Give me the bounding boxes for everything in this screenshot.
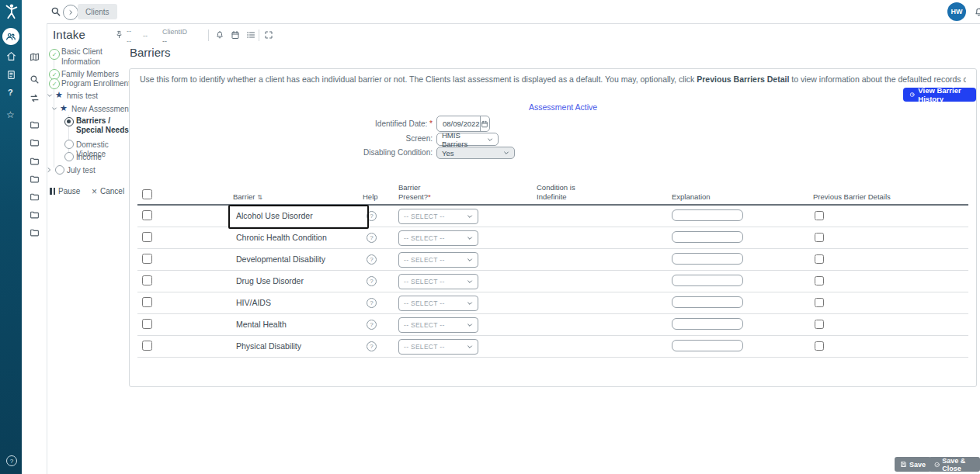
notifications-bell-icon[interactable] xyxy=(974,7,980,17)
pin-icon[interactable] xyxy=(115,30,123,39)
explanation-input[interactable] xyxy=(672,296,743,308)
row-checkbox[interactable] xyxy=(142,254,152,264)
column-previous-barrier-details: Previous Barrier Details xyxy=(813,192,891,201)
swap-workflow-icon[interactable] xyxy=(30,93,40,103)
expand-search-chevron-icon[interactable] xyxy=(63,5,78,20)
folder-icon[interactable] xyxy=(30,137,40,147)
previous-details-checkbox[interactable] xyxy=(815,276,824,285)
tree-item-new-assessment[interactable]: New Assessment xyxy=(71,105,131,114)
help-nav-icon[interactable]: ? xyxy=(8,88,13,97)
explanation-input[interactable] xyxy=(672,209,743,221)
screen-select[interactable]: HMIS Barriers xyxy=(436,133,499,146)
row-checkbox[interactable] xyxy=(142,319,152,329)
explanation-input[interactable] xyxy=(672,318,743,330)
chevron-down-icon[interactable] xyxy=(51,106,57,112)
divider xyxy=(259,29,259,41)
folder-icon[interactable] xyxy=(30,156,40,166)
save-and-close-button[interactable]: Save & Close xyxy=(929,457,980,472)
radio-icon[interactable] xyxy=(55,165,64,175)
section-title-barriers: Barriers xyxy=(130,46,171,59)
previous-details-checkbox[interactable] xyxy=(815,298,824,307)
barrier-present-select[interactable]: -- SELECT -- xyxy=(398,274,478,289)
barrier-present-select[interactable]: -- SELECT -- xyxy=(398,209,478,224)
help-icon[interactable]: ? xyxy=(367,254,377,265)
row-checkbox[interactable] xyxy=(142,341,152,351)
select-all-checkbox[interactable] xyxy=(142,189,152,199)
home-nav-icon[interactable] xyxy=(6,51,16,61)
favorites-nav-icon[interactable]: ☆ xyxy=(6,109,15,120)
sidebar-item-basic-client-information[interactable]: Basic Client Information xyxy=(61,47,127,67)
clients-nav-icon[interactable] xyxy=(2,28,19,45)
clients-filter-chip[interactable]: Clients xyxy=(78,4,117,19)
cancel-button[interactable]: × Cancel xyxy=(92,187,124,195)
sort-icon[interactable]: ⇅ xyxy=(257,194,262,201)
table-header: Barrier ⇅ Help Barrier Present?* Conditi… xyxy=(137,185,968,204)
help-icon[interactable]: ? xyxy=(367,233,377,243)
sidebar-item-family-members[interactable]: Family Members xyxy=(61,70,131,80)
barrier-name: Developmental Disability xyxy=(236,254,325,264)
tree-item-income[interactable]: Income xyxy=(76,153,102,162)
app-window: ? ☆ ? Clients HW xyxy=(0,0,980,474)
client-alerts-bell-icon[interactable] xyxy=(215,30,224,40)
fullscreen-icon[interactable] xyxy=(264,30,273,40)
date-picker-calendar-icon[interactable] xyxy=(480,116,489,131)
row-checkbox[interactable] xyxy=(142,297,152,307)
radio-selected-icon[interactable] xyxy=(64,117,74,126)
pause-button[interactable]: Pause xyxy=(50,187,80,195)
disabling-condition-select[interactable]: Yes xyxy=(436,147,515,159)
assessment-star-icon: ★ xyxy=(60,104,68,112)
folder-icon[interactable] xyxy=(30,227,40,237)
radio-icon[interactable] xyxy=(64,140,74,149)
folder-icon[interactable] xyxy=(30,209,40,220)
barrier-present-select[interactable]: -- SELECT -- xyxy=(398,252,478,268)
search-icon[interactable] xyxy=(50,6,61,17)
explanation-input[interactable] xyxy=(672,340,743,351)
folder-icon[interactable] xyxy=(30,119,40,130)
chevron-right-icon[interactable] xyxy=(46,167,52,173)
help-bubble-icon[interactable]: ? xyxy=(6,455,17,466)
barrier-present-select[interactable]: -- SELECT -- xyxy=(398,296,478,311)
column-condition-indefinite: Condition is Indefinite xyxy=(537,183,575,202)
previous-details-checkbox[interactable] xyxy=(815,341,824,351)
help-icon[interactable]: ? xyxy=(367,320,377,330)
tree-item-barriers-special-needs[interactable]: Barriers / Special Needs xyxy=(76,116,129,135)
client-calendar-icon[interactable] xyxy=(231,30,240,40)
radio-icon[interactable] xyxy=(64,152,74,161)
previous-details-checkbox[interactable] xyxy=(815,254,824,264)
chevron-down-icon[interactable] xyxy=(47,92,53,99)
client-notes-list-icon[interactable] xyxy=(246,30,255,40)
search-sidebar-icon[interactable] xyxy=(30,74,40,85)
previous-details-checkbox[interactable] xyxy=(815,320,824,329)
row-checkbox[interactable] xyxy=(142,232,152,242)
tree-item-hmis-test[interactable]: hmis test xyxy=(67,92,98,101)
explanation-input[interactable] xyxy=(672,275,743,286)
folder-icon[interactable] xyxy=(30,174,40,184)
client-id-value: -- xyxy=(162,37,187,45)
forms-nav-icon[interactable] xyxy=(6,70,16,80)
help-icon[interactable]: ? xyxy=(367,298,377,308)
previous-details-checkbox[interactable] xyxy=(815,211,824,220)
row-checkbox[interactable] xyxy=(142,210,152,220)
identified-date-input[interactable]: 08/09/2022 xyxy=(436,116,490,132)
explanation-input[interactable] xyxy=(672,253,743,265)
folder-icon[interactable] xyxy=(30,192,40,202)
avatar[interactable]: HW xyxy=(947,2,966,21)
barrier-present-select[interactable]: -- SELECT -- xyxy=(398,339,478,355)
help-icon[interactable]: ? xyxy=(367,341,377,351)
column-barrier[interactable]: Barrier ⇅ xyxy=(233,192,262,201)
help-icon[interactable]: ? xyxy=(367,276,377,286)
map-icon[interactable] xyxy=(30,52,40,62)
app-logo-icon xyxy=(2,2,19,19)
barrier-present-select[interactable]: -- SELECT -- xyxy=(398,317,478,333)
previous-details-checkbox[interactable] xyxy=(815,233,824,242)
client-id-label: ClientID xyxy=(162,28,187,36)
row-checkbox[interactable] xyxy=(142,275,152,285)
view-barrier-history-button[interactable]: View Barrier History xyxy=(903,88,976,102)
assessment-active-link[interactable]: Assessment Active xyxy=(529,102,597,112)
barrier-present-select[interactable]: -- SELECT -- xyxy=(398,230,478,246)
sidebar-item-program-enrollment[interactable]: Program Enrollment xyxy=(61,79,135,89)
save-button[interactable]: Save xyxy=(895,457,931,472)
form-description: Use this form to identify whether a clie… xyxy=(140,74,966,84)
tree-item-july-test[interactable]: July test xyxy=(67,166,96,175)
explanation-input[interactable] xyxy=(672,231,743,243)
